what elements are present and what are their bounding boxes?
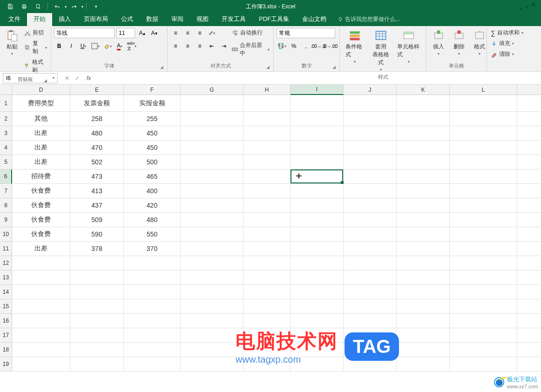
cell-M19[interactable] [517, 357, 541, 372]
autosum-button[interactable]: ∑自动求和▾ [490, 28, 524, 38]
cell-D11[interactable]: 出差 [12, 242, 70, 256]
cell-E19[interactable] [70, 357, 124, 372]
row-header-3[interactable]: 3 [0, 126, 12, 141]
tab-review[interactable]: 审阅 [165, 12, 190, 26]
cell-L1[interactable] [450, 95, 517, 112]
cell-H6[interactable] [243, 169, 291, 184]
cell-I13[interactable] [291, 270, 344, 285]
cell-K4[interactable] [397, 141, 450, 155]
wrap-text-button[interactable]: 自动换行 [231, 28, 270, 38]
cell-styles-button[interactable]: 单元格样式▾ [394, 28, 423, 65]
cell-K7[interactable] [397, 184, 450, 198]
cell-M17[interactable] [517, 328, 541, 343]
tab-formulas[interactable]: 公式 [115, 12, 140, 26]
accounting-format-button[interactable]: 💱▾ [277, 41, 287, 51]
paste-button[interactable]: 粘贴▾ [3, 28, 21, 57]
cell-I5[interactable] [291, 155, 344, 169]
cell-D18[interactable] [12, 343, 70, 357]
cell-G6[interactable] [181, 169, 243, 184]
cell-F9[interactable]: 480 [124, 213, 181, 227]
cell-H14[interactable] [243, 285, 291, 299]
cell-M12[interactable] [517, 256, 541, 270]
row-header-13[interactable]: 13 [0, 270, 12, 285]
cell-D13[interactable] [12, 270, 70, 285]
cell-K17[interactable] [397, 328, 450, 343]
cell-H15[interactable] [243, 299, 291, 314]
italic-button[interactable]: I [66, 41, 76, 51]
row-header-15[interactable]: 15 [0, 299, 12, 314]
cell-E5[interactable]: 502 [70, 155, 124, 169]
cell-G5[interactable] [181, 155, 243, 169]
insert-cells-button[interactable]: 插入▾ [429, 28, 448, 57]
decrease-decimal-button[interactable]: .0→.00 [325, 41, 335, 51]
align-middle-button[interactable]: ≡ [183, 28, 193, 38]
cell-G14[interactable] [181, 285, 243, 299]
cell-G13[interactable] [181, 270, 243, 285]
copy-button[interactable]: 复制▾ [23, 39, 48, 56]
cell-M7[interactable] [517, 184, 541, 198]
cell-I11[interactable] [291, 242, 344, 256]
cell-G15[interactable] [181, 299, 243, 314]
cell-K19[interactable] [397, 357, 450, 372]
cell-H8[interactable] [243, 198, 291, 213]
cell-G18[interactable] [181, 343, 243, 357]
cell-G10[interactable] [181, 227, 243, 242]
cell-K3[interactable] [397, 126, 450, 141]
col-header-G[interactable]: G [181, 85, 243, 95]
enter-formula-button[interactable]: ✓ [73, 75, 82, 81]
cell-M6[interactable] [517, 169, 541, 184]
cell-G17[interactable] [181, 328, 243, 343]
row-header-8[interactable]: 8 [0, 198, 12, 213]
cell-E7[interactable]: 413 [70, 184, 124, 198]
cell-F10[interactable]: 550 [124, 227, 181, 242]
cell-J3[interactable] [344, 126, 397, 141]
align-top-button[interactable]: ≡ [170, 28, 181, 38]
tell-me-search[interactable]: 告诉我您想要做什么... [333, 13, 405, 26]
cell-K6[interactable] [397, 169, 450, 184]
print-preview-button[interactable] [18, 1, 31, 12]
decrease-font-button[interactable]: A▾ [149, 28, 159, 38]
cell-F6[interactable]: 465 [124, 169, 181, 184]
row-header-6[interactable]: 6 [0, 169, 12, 184]
cell-F19[interactable] [124, 357, 181, 372]
cell-H1[interactable] [243, 95, 291, 112]
orientation-button[interactable]: ⤢▾ [207, 28, 217, 38]
row-header-9[interactable]: 9 [0, 213, 12, 227]
cell-I1[interactable] [291, 95, 344, 112]
format-painter-button[interactable]: 格式刷 [23, 57, 48, 75]
cell-E11[interactable]: 378 [70, 242, 124, 256]
cell-G11[interactable] [181, 242, 243, 256]
format-cells-button[interactable]: 格式▾ [470, 28, 489, 57]
redo-button[interactable] [68, 1, 81, 12]
cell-E3[interactable]: 480 [70, 126, 124, 141]
cell-H3[interactable] [243, 126, 291, 141]
cell-I9[interactable] [291, 213, 344, 227]
cell-L8[interactable] [450, 198, 517, 213]
row-header-5[interactable]: 5 [0, 155, 12, 169]
cell-L9[interactable] [450, 213, 517, 227]
cell-K9[interactable] [397, 213, 450, 227]
cell-K14[interactable] [397, 285, 450, 299]
col-header-L[interactable]: L [450, 85, 517, 95]
align-right-button[interactable]: ≡ [195, 41, 205, 51]
cell-J15[interactable] [344, 299, 397, 314]
align-launcher[interactable]: ◢ [266, 65, 270, 69]
cell-J16[interactable] [344, 314, 397, 328]
cell-D6[interactable]: 招待费 [12, 169, 70, 184]
decrease-indent-button[interactable]: ⇤ [207, 41, 217, 51]
cell-E17[interactable] [70, 328, 124, 343]
tab-developer[interactable]: 开发工具 [215, 12, 252, 26]
cell-E8[interactable]: 437 [70, 198, 124, 213]
cell-M11[interactable] [517, 242, 541, 256]
cell-F3[interactable]: 450 [124, 126, 181, 141]
cell-M2[interactable] [517, 112, 541, 126]
align-bottom-button[interactable]: ≡ [195, 28, 205, 38]
delete-cells-button[interactable]: 删除▾ [450, 28, 468, 57]
cell-J7[interactable] [344, 184, 397, 198]
cell-M8[interactable] [517, 198, 541, 213]
number-format-select[interactable] [277, 28, 335, 38]
cell-M14[interactable] [517, 285, 541, 299]
cell-F16[interactable] [124, 314, 181, 328]
cell-E13[interactable] [70, 270, 124, 285]
cell-I14[interactable] [291, 285, 344, 299]
